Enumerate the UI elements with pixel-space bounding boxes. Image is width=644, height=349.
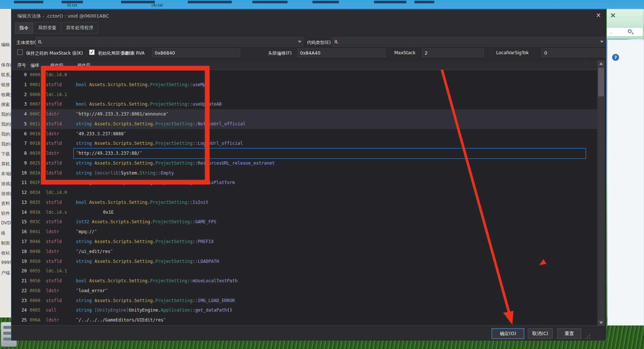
reset-button[interactable]: 重置 bbox=[557, 328, 581, 339]
tab-instructions[interactable]: 指令 bbox=[15, 22, 33, 34]
search-input[interactable]: ... bbox=[607, 27, 643, 37]
background-window-item[interactable]: 游戏风 bbox=[1, 181, 12, 187]
il-row[interactable]: 10002Aldsfldstring [mscorlib]System.Stri… bbox=[11, 168, 597, 178]
il-row[interactable]: 170046stsfldstring Assets.Scripts.Settin… bbox=[11, 237, 597, 247]
il-row[interactable]: 50011stsfldstring Assets.Scripts.Setting… bbox=[11, 119, 597, 129]
maxstack-input[interactable]: 2 bbox=[422, 48, 484, 57]
il-row[interactable]: 80020ldstr″http://49.233.3.237:88/″ bbox=[11, 148, 597, 158]
il-operand bbox=[74, 90, 586, 100]
background-window-item[interactable]: 户端 bbox=[1, 270, 10, 276]
il-row[interactable]: 11002Fstsfldstring Assets.Scripts.Settin… bbox=[11, 178, 597, 188]
vertical-scrollbar[interactable] bbox=[597, 60, 605, 326]
background-window-item[interactable]: 制面 bbox=[1, 240, 10, 246]
scrollbar-thumb[interactable] bbox=[598, 68, 604, 96]
background-window-item[interactable]: 9999 bbox=[1, 260, 12, 265]
il-operand: ″http://49.233.3.237:8081/announce″ bbox=[74, 109, 586, 119]
il-row[interactable]: 160041ldstr″mpq://″ bbox=[11, 227, 597, 237]
il-row[interactable]: 18004Bldstr″/ui_edit/res″ bbox=[11, 247, 597, 257]
resize-grip[interactable] bbox=[584, 333, 591, 339]
il-operand: ″load_error″ bbox=[74, 286, 586, 296]
il-row[interactable]: 25006Aldstr″/../../../GameEditors/UIEdit… bbox=[11, 315, 597, 325]
il-operand bbox=[74, 266, 586, 276]
background-window-item[interactable]: 本地磁 bbox=[1, 171, 12, 177]
il-row[interactable]: 190050stsfldstring Assets.Scripts.Settin… bbox=[11, 257, 597, 267]
background-window-item[interactable]: 我的视 bbox=[1, 111, 12, 118]
il-row[interactable]: 00000ldc.i4.0 bbox=[11, 70, 597, 80]
chevron-down-icon bbox=[298, 41, 301, 43]
code-type-value: IL bbox=[334, 39, 339, 44]
il-operand: ″/ui_edit/res″ bbox=[74, 247, 586, 257]
col-opcode[interactable]: 操作码 bbox=[50, 62, 63, 69]
col-index[interactable]: 序号 bbox=[17, 62, 26, 69]
background-window-item[interactable]: DVD bbox=[1, 220, 11, 225]
code-type-select[interactable]: IL bbox=[332, 37, 605, 47]
il-row[interactable]: 120034ldc.i4.0 bbox=[11, 188, 597, 198]
il-row[interactable]: 200055ldc.i4.1 bbox=[11, 266, 597, 276]
header-offset-input[interactable]: 0x84A40 bbox=[297, 48, 385, 57]
background-window-item[interactable]: 我的音 bbox=[1, 141, 12, 147]
background-window-edit-item[interactable]: 编辑 bbox=[1, 42, 10, 48]
il-row[interactable]: 60016ldstr″49.233.3.237:8888″ bbox=[11, 129, 597, 139]
il-row[interactable]: 130035stsfldbool Assets.Scripts.Setting.… bbox=[11, 198, 597, 207]
il-row[interactable]: 4000Cldstr″http://49.233.3.237:8081/anno… bbox=[11, 109, 597, 119]
background-window-item[interactable]: 搜索 bbox=[1, 102, 10, 108]
background-window-item[interactable]: 资料 bbox=[1, 201, 10, 207]
il-row[interactable]: 10001stsfldbool Assets.Scripts.Setting.P… bbox=[11, 80, 597, 90]
icon-label-fragment bbox=[312, 1, 339, 3]
background-window-item[interactable]: 链接 bbox=[1, 82, 10, 88]
desktop-file-4-txt[interactable]: (4).txt bbox=[151, 3, 163, 7]
il-operand: string Assets.Scripts.Setting.ProjectSet… bbox=[74, 139, 586, 148]
background-window-item[interactable]: 收站 bbox=[1, 250, 10, 256]
il-row[interactable]: 210056stsfldbool Assets.Scripts.Setting.… bbox=[11, 276, 597, 286]
body-type-select[interactable]: IL bbox=[36, 37, 303, 47]
background-window-item[interactable]: 联系人 bbox=[1, 72, 12, 78]
col-operand[interactable]: 操作符 bbox=[77, 62, 91, 69]
background-window-item[interactable]: 我的文 bbox=[1, 131, 12, 137]
il-row[interactable]: 230060stsfldstring Assets.Scripts.Settin… bbox=[11, 296, 597, 306]
il-row[interactable]: 15003Cstsfldint32 Assets.Scripts.Setting… bbox=[11, 217, 597, 227]
background-window-item[interactable]: 软件 bbox=[1, 210, 10, 217]
background-window-item[interactable]: 络 bbox=[1, 230, 6, 236]
background-window-item[interactable]: 算机 bbox=[1, 161, 10, 167]
background-window-item[interactable]: 我的图 bbox=[1, 121, 12, 128]
col-offset[interactable]: 偏移 bbox=[30, 62, 39, 69]
triangle-up-icon bbox=[599, 62, 603, 65]
cancel-button[interactable]: 取消(C) bbox=[528, 328, 553, 339]
il-operand: 0x1E bbox=[74, 207, 586, 217]
background-window-item[interactable]: 下载 bbox=[1, 151, 10, 157]
search-icon bbox=[628, 29, 632, 33]
il-operand: string Assets.Scripts.Setting.ProjectSet… bbox=[74, 119, 586, 129]
background-window-item[interactable]: 收藏夹 bbox=[1, 92, 12, 98]
close-icon[interactable]: × bbox=[596, 11, 601, 19]
keep-maxstack-checkbox[interactable] bbox=[17, 49, 23, 55]
icon-label-fragment bbox=[14, 1, 43, 3]
background-window-item[interactable]: 保存的 bbox=[1, 62, 12, 68]
il-operand: ″/../../../GameEditors/UIEdit/res″ bbox=[74, 315, 586, 325]
il-operand bbox=[74, 70, 586, 80]
il-row[interactable]: 90025stsfldstring Assets.Scripts.Setting… bbox=[11, 158, 597, 168]
il-row[interactable]: 22005Bldstr″load_error″ bbox=[11, 286, 597, 296]
il-operand: string Assets.Scripts.Setting.ProjectSet… bbox=[74, 237, 586, 247]
il-row[interactable]: 14003Aldc.i4.s0x1E bbox=[11, 207, 597, 217]
background-window-item[interactable]: 游戏伴 bbox=[1, 191, 12, 197]
scroll-up-button[interactable] bbox=[597, 60, 605, 67]
il-operand: string Assets.Scripts.Setting.ProjectSet… bbox=[74, 296, 586, 306]
desktop-file-id-txt[interactable]: ID.txt bbox=[67, 3, 77, 7]
help-icon[interactable]: ? bbox=[612, 54, 619, 61]
il-row[interactable]: 7001Bstsfldstring Assets.Scripts.Setting… bbox=[11, 139, 597, 148]
il-row[interactable]: 30007stsfldbool Assets.Scripts.Setting.P… bbox=[11, 99, 597, 109]
il-operand bbox=[74, 188, 586, 198]
scroll-down-button[interactable] bbox=[597, 320, 605, 326]
localvarsigtok-input[interactable]: 0 bbox=[542, 48, 605, 57]
close-icon[interactable]: × bbox=[610, 11, 616, 19]
il-operand: ″49.233.3.237:8888″ bbox=[74, 129, 586, 139]
ok-button[interactable]: 确定(O) bbox=[492, 328, 524, 339]
keep-maxstack-label: 保持之前的 MaxStack 值(K) bbox=[26, 50, 83, 56]
header-rva-input[interactable]: 0x86840 bbox=[152, 48, 240, 57]
localvarsigtok-label: LocalVarSigTok bbox=[496, 50, 529, 55]
tab-locals[interactable]: 局部变量 bbox=[34, 22, 61, 34]
il-row[interactable]: 240065callstring [UnityEngine]UnityEngin… bbox=[11, 305, 597, 315]
il-row[interactable]: 20006ldc.i4.1 bbox=[11, 90, 597, 100]
tab-exception-handlers[interactable]: 异常处理程序 bbox=[62, 22, 98, 34]
init-locals-checkbox[interactable]: ✓ bbox=[89, 49, 95, 55]
